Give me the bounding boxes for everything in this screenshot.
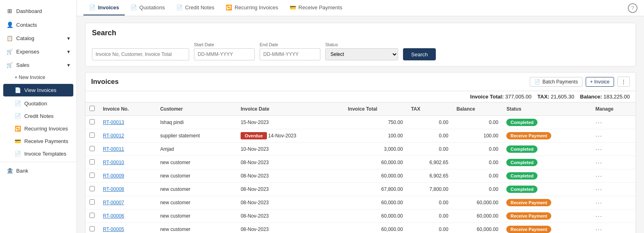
row-tax-0: 0.00 (407, 116, 452, 129)
row-date-6: 08-Nov-2023 (237, 196, 344, 209)
tab-credit-notes[interactable]: 📄 Credit Notes (171, 0, 220, 15)
sidebar-item-catalog[interactable]: 📋 Catalog ▾ (0, 32, 77, 45)
status-label: Status (325, 42, 398, 47)
sidebar-label-bank: Bank (16, 168, 28, 174)
row-checkbox-input-3[interactable] (90, 159, 95, 165)
table-row: RT-00010 new customer 08-Nov-2023 60,000… (85, 156, 635, 169)
new-invoice-button[interactable]: + Invoice (586, 77, 614, 87)
invoice-link-2[interactable]: RT-00011 (103, 146, 124, 152)
sidebar-item-contacts[interactable]: 👤 Contacts (0, 18, 77, 32)
batch-payments-label: Batch Payments (542, 79, 578, 85)
invoices-header: Invoices 📄 Batch Payments + Invoice ⋮ (85, 73, 635, 91)
batch-payments-button[interactable]: 📄 Batch Payments (530, 77, 582, 87)
row-customer-7: new customer (156, 209, 237, 223)
tab-credit-notes-icon: 📄 (176, 4, 183, 11)
search-button[interactable]: Search (403, 48, 436, 60)
invoices-title: Invoices (91, 78, 119, 86)
sidebar-credit-notes[interactable]: 📄 Credit Notes (0, 110, 77, 122)
manage-dots-4[interactable]: ··· (595, 173, 603, 179)
header-invoice-no: Invoice No. (99, 103, 156, 116)
row-checkbox-input-5[interactable] (90, 186, 95, 191)
row-checkbox-input-0[interactable] (90, 119, 95, 124)
tax-label: TAX: (537, 94, 549, 100)
row-checkbox-input-8[interactable] (90, 226, 95, 231)
sidebar-new-invoice[interactable]: + New Invoice (0, 72, 77, 83)
invoice-link-7[interactable]: RT-00006 (103, 213, 124, 219)
invoice-link-0[interactable]: RT-00013 (103, 120, 124, 125)
table-row: RT-00005 new customer 08-Nov-2023 60,000… (85, 223, 635, 233)
row-manage-2: ··· (591, 143, 635, 156)
invoice-link-8[interactable]: RT-00005 (103, 227, 124, 232)
sidebar-receive-payments[interactable]: 💳 Receive Payments (0, 135, 77, 147)
row-status-8: Receive Payment (502, 223, 591, 233)
sidebar-view-invoices[interactable]: 📄 View Invoices (3, 84, 73, 96)
manage-dots-8[interactable]: ··· (595, 226, 603, 233)
table-row: RT-00008 new customer 08-Nov-2023 67,800… (85, 183, 635, 196)
sidebar-label-credit-notes: Credit Notes (24, 113, 53, 119)
sidebar-item-dashboard[interactable]: ⊞ Dashboard (0, 4, 77, 18)
tab-receive-payments-icon: 💳 (290, 4, 296, 11)
row-tax-6: 0.00 (407, 196, 452, 209)
sales-icon: 🛒 (6, 62, 13, 68)
select-all-checkbox[interactable] (90, 106, 95, 111)
tab-quotations-icon: 📄 (130, 4, 137, 11)
tab-quotations[interactable]: 📄 Quotations (125, 0, 171, 15)
invoice-link-3[interactable]: RT-00010 (103, 160, 124, 165)
sidebar-recurring-invoices[interactable]: 🔁 Recurring Invoices (0, 122, 77, 135)
row-manage-7: ··· (591, 209, 635, 223)
sidebar-label-view-invoices: View Invoices (24, 87, 56, 93)
tab-receive-payments[interactable]: 💳 Receive Payments (284, 0, 348, 15)
credit-notes-icon: 📄 (15, 113, 21, 119)
row-status-0: Completed (502, 116, 591, 129)
sidebar-label-receive-payments: Receive Payments (24, 138, 68, 144)
manage-dots-7[interactable]: ··· (595, 213, 603, 219)
row-status-5: Completed (502, 183, 591, 196)
table-header-row: Invoice No. Customer Invoice Date Invoic… (85, 103, 635, 116)
row-checkbox-input-4[interactable] (90, 173, 95, 178)
manage-dots-2[interactable]: ··· (595, 146, 603, 152)
manage-dots-1[interactable]: ··· (595, 133, 603, 139)
dashboard-icon: ⊞ (6, 8, 13, 14)
sidebar-item-expenses[interactable]: 🛒 Expenses ▾ (0, 45, 77, 58)
manage-dots-0[interactable]: ··· (595, 119, 603, 126)
sidebar-item-sales[interactable]: 🛒 Sales ▾ (0, 58, 77, 72)
invoice-link-4[interactable]: RT-00009 (103, 173, 124, 179)
row-invoice-no-5: RT-00008 (99, 183, 156, 196)
status-select[interactable]: Select Completed Receive Payment Overdue (325, 48, 398, 60)
status-group: Status Select Completed Receive Payment … (325, 42, 398, 60)
manage-dots-3[interactable]: ··· (595, 159, 603, 166)
sidebar-item-bank[interactable]: 🏦 Bank (0, 164, 77, 177)
sidebar-label-sales: Sales (16, 62, 30, 68)
end-date-input[interactable] (260, 48, 320, 60)
start-date-input[interactable] (194, 48, 255, 60)
row-invoice-no-6: RT-00007 (99, 196, 156, 209)
start-date-group: Start Date (194, 42, 255, 60)
invoice-link-6[interactable]: RT-00007 (103, 200, 124, 205)
manage-dots-6[interactable]: ··· (595, 199, 603, 206)
header-manage: Manage (591, 103, 635, 116)
row-checkbox-input-7[interactable] (90, 213, 95, 218)
invoice-search-input[interactable] (92, 48, 189, 60)
invoice-link-1[interactable]: RT-00012 (103, 133, 124, 139)
invoice-link-5[interactable]: RT-00008 (103, 186, 124, 192)
sidebar-quotation[interactable]: 📄 Quotation (0, 97, 77, 110)
row-checkbox-input-6[interactable] (90, 199, 95, 205)
sidebar-invoice-templates[interactable]: 📄 Invoice Templates (0, 147, 77, 160)
help-button[interactable]: ? (628, 3, 638, 13)
row-invoice-no-3: RT-00010 (99, 156, 156, 169)
invoices-table: Invoice No. Customer Invoice Date Invoic… (85, 103, 635, 233)
tab-invoices[interactable]: 📄 Invoices (83, 0, 125, 15)
more-options-button[interactable]: ⋮ (617, 77, 630, 87)
row-date-7: 08-Nov-2023 (237, 209, 344, 223)
row-checkbox-input-1[interactable] (90, 133, 95, 138)
tab-recurring-invoices[interactable]: 🔁 Recurring Invoices (220, 0, 284, 15)
row-checkbox-input-2[interactable] (90, 146, 95, 151)
catalog-icon: 📋 (6, 35, 13, 41)
header-invoice-total: Invoice Total (344, 103, 407, 116)
main-content: 📄 Invoices 📄 Quotations 📄 Credit Notes 🔁… (77, 0, 644, 233)
sidebar-label-recurring: Recurring Invoices (24, 126, 68, 132)
contacts-icon: 👤 (6, 21, 13, 28)
manage-dots-5[interactable]: ··· (595, 186, 603, 192)
row-date-3: 08-Nov-2023 (237, 156, 344, 169)
row-total-3: 60,000.00 (344, 156, 407, 169)
